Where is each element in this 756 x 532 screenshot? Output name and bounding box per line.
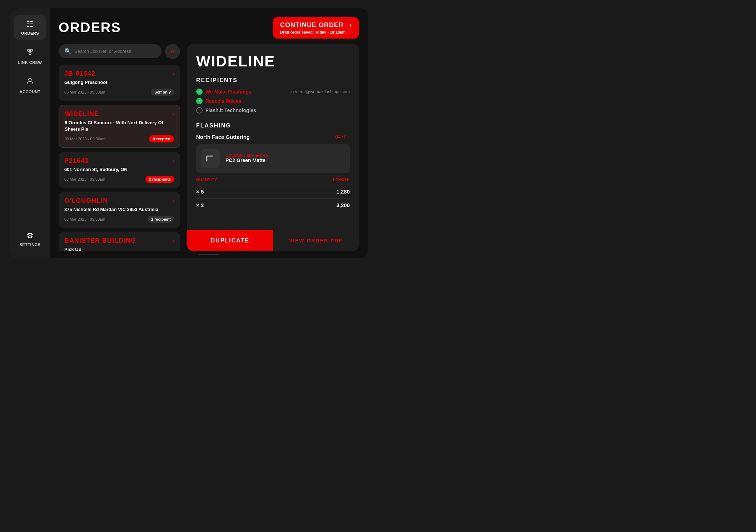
recipient-row: ✓ We Make Flashings general@wemakflashin… (196, 89, 350, 95)
order-badge: Self only (151, 89, 174, 96)
search-icon: 🔍 (64, 48, 71, 55)
order-chevron-icon: › (173, 238, 174, 244)
recipient-indicator-active: ✓ (196, 98, 203, 104)
sidebar-item-link-crew-label: Link Crew (18, 60, 42, 65)
recipient-indicator-inactive (196, 107, 203, 114)
flashing-item-code: 047F › (335, 134, 350, 140)
sidebar-item-settings-label: Settings (19, 242, 40, 247)
recipient-email: general@wemakflashings.com (291, 89, 350, 94)
order-badge: Accepted (149, 135, 174, 142)
order-address: Pick Up (64, 246, 174, 251)
sidebar-item-settings[interactable]: ⚙ Settings (14, 227, 46, 251)
quantity-value: × 5 (196, 189, 204, 195)
order-chevron-icon: › (173, 70, 174, 77)
svg-point-6 (29, 78, 31, 81)
order-card-banister[interactable]: BANISTER BUILDING › Pick Up 03 Mar 2023 … (59, 232, 180, 251)
recipient-name[interactable]: Flash.it Technologies (205, 107, 256, 113)
order-chevron-icon: › (172, 111, 174, 117)
order-date: 03 Mar 2023 - 09:30am (64, 177, 105, 181)
recipient-row: Flash.it Technologies (196, 107, 350, 114)
length-value: 1,280 (336, 189, 350, 195)
order-address: Gulgong Preschool (64, 79, 174, 86)
orders-icon: ☷ (26, 20, 34, 29)
recipients-heading: RECIPIENTS (196, 77, 350, 84)
main-content: ORDERS CONTINUE ORDER › Draft order save… (50, 8, 368, 258)
continue-order-label: CONTINUE ORDER (280, 21, 344, 29)
orders-list: 🔍 JB-01542 › (59, 44, 180, 251)
quantity-table: QUANTITY LENGTH × 5 1,280 × 2 3,200 (196, 178, 350, 212)
order-ref: WIDELINE (65, 110, 99, 118)
order-ref: BANISTER BUILDING (64, 237, 136, 245)
order-address: 601 Norman St, Sudbury, ON (64, 166, 174, 173)
flashing-item-header: North Face Guttering 047F › (196, 134, 350, 140)
order-ref: JB-01542 (64, 70, 95, 77)
order-date: 03 Mar 2023 - 09:30am (64, 90, 105, 94)
order-chevron-icon: › (173, 198, 174, 204)
recipient-name[interactable]: Reece's Pieces (205, 98, 242, 104)
recipients-list: ✓ We Make Flashings general@wemakflashin… (196, 89, 350, 114)
page-title: ORDERS (59, 20, 121, 35)
quantity-table-header: QUANTITY LENGTH (196, 178, 350, 182)
order-card-wideline[interactable]: WIDELINE › 6 Orontes Cl Sancrox - With N… (59, 105, 180, 148)
search-input-wrap: 🔍 (59, 44, 161, 58)
order-card-p21643[interactable]: P21643 › 601 Norman St, Sudbury, ON 03 M… (59, 152, 180, 188)
length-col-label: LENGTH (333, 178, 350, 182)
view-pdf-button[interactable]: VIEW ORDER PDF (273, 230, 359, 251)
order-ref: O'LOUGHLIN (64, 197, 108, 205)
order-ref: P21643 (64, 157, 89, 165)
flashing-item-name: North Face Guttering (196, 134, 250, 140)
colour-value: PC2 Green Matte (225, 157, 345, 163)
search-input[interactable] (74, 49, 156, 54)
order-date: 03 Mar 2023 - 09:30am (65, 137, 105, 141)
order-badge: 1 recipient (148, 216, 174, 223)
svg-point-0 (28, 49, 30, 51)
sidebar-item-account-label: Account (20, 90, 41, 94)
duplicate-button[interactable]: DUPLICATE (187, 230, 273, 251)
product-detail-row: COLOUR / MATERIAL PC2 Green Matte (196, 144, 350, 173)
quantity-row-2: × 2 3,200 (196, 198, 350, 212)
order-card-oloughlin[interactable]: O'LOUGHLIN › 375 Nicholls Rd Mardan VIC … (59, 192, 180, 228)
search-bar: 🔍 (59, 44, 180, 59)
settings-icon: ⚙ (26, 231, 34, 240)
account-icon (26, 77, 34, 87)
sidebar: ☷ Orders Link Crew (10, 8, 50, 258)
sidebar-item-orders-label: Orders (21, 31, 39, 35)
detail-title: WIDELINE (196, 53, 350, 70)
continue-order-arrow-icon: › (349, 21, 352, 29)
product-info: COLOUR / MATERIAL PC2 Green Matte (225, 154, 345, 163)
sidebar-item-account[interactable]: Account (14, 72, 46, 98)
continue-order-button[interactable]: CONTINUE ORDER › Draft order saved: Toda… (273, 17, 359, 39)
order-card-jb01542[interactable]: JB-01542 › Gulgong Preschool 03 Mar 2023… (59, 65, 180, 101)
svg-point-2 (29, 52, 31, 55)
order-date: 03 Mar 2023 - 09:30am (64, 217, 105, 221)
recipient-indicator-active: ✓ (196, 89, 203, 95)
flashing-section: FLASHING North Face Guttering 047F › (196, 122, 350, 212)
order-address: 375 Nicholls Rd Mardan VIC 3953 Australi… (64, 206, 174, 213)
recipient-name[interactable]: We Make Flashings (205, 89, 252, 95)
product-icon-box (201, 149, 220, 168)
recipient-row: ✓ Reece's Pieces (196, 98, 350, 104)
detail-content: WIDELINE RECIPIENTS ✓ We Make Flashings … (187, 44, 359, 230)
order-badge: 2 recipients (145, 176, 174, 183)
detail-footer: DUPLICATE VIEW ORDER PDF (187, 230, 359, 251)
flashing-shape-icon (205, 153, 216, 164)
body-area: 🔍 JB-01542 › (50, 44, 368, 258)
sidebar-item-link-crew[interactable]: Link Crew (14, 43, 46, 69)
header: ORDERS CONTINUE ORDER › Draft order save… (50, 8, 368, 44)
colour-label: COLOUR / MATERIAL (225, 154, 345, 157)
sort-button[interactable] (165, 44, 180, 59)
detail-panel: WIDELINE RECIPIENTS ✓ We Make Flashings … (187, 44, 359, 251)
scroll-indicator (198, 254, 219, 255)
link-crew-icon (26, 47, 34, 58)
order-address: 6 Orontes Cl Sancrox - With Next Deliver… (65, 120, 174, 132)
flashing-heading: FLASHING (196, 122, 350, 129)
length-value: 3,200 (336, 202, 350, 208)
flashing-item-chevron-icon: › (348, 134, 350, 140)
sort-icon (169, 48, 176, 55)
quantity-col-label: QUANTITY (196, 178, 217, 182)
quantity-row-1: × 5 1,280 (196, 185, 350, 198)
order-chevron-icon: › (173, 158, 174, 164)
quantity-value: × 2 (196, 202, 204, 208)
app-container: ☷ Orders Link Crew (10, 8, 368, 258)
sidebar-item-orders[interactable]: ☷ Orders (14, 15, 46, 40)
